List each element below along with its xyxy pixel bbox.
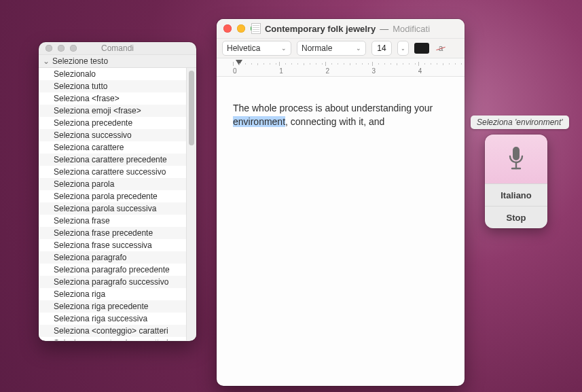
scrollbar[interactable] <box>186 68 196 340</box>
zoom-button[interactable] <box>70 45 77 52</box>
command-row[interactable]: Seleziona paragrafo successivo <box>39 276 186 288</box>
command-row[interactable]: Seleziona frase precedente <box>39 227 186 239</box>
command-row[interactable]: Seleziona carattere <box>39 141 186 154</box>
command-row[interactable]: Seleziona paragrafo precedente <box>39 264 186 276</box>
chevron-down-icon: ⌄ <box>43 56 50 66</box>
command-row[interactable]: Seleziona parola <box>39 178 186 190</box>
font-family-select[interactable]: Helvetica ⌄ <box>222 41 291 56</box>
text-color-swatch[interactable] <box>414 43 429 54</box>
body-text-selection: environment <box>233 116 285 127</box>
font-size-stepper[interactable]: ⌄ <box>397 41 409 56</box>
voice-language-label: Italiano <box>501 190 532 200</box>
ruler-tick: 1 <box>279 67 325 75</box>
font-style-select[interactable]: Normale ⌄ <box>297 41 366 56</box>
microphone-icon[interactable] <box>485 135 547 183</box>
voice-command-tooltip: Seleziona 'environment' <box>471 115 569 129</box>
minimize-button[interactable] <box>237 24 245 33</box>
voice-language-button[interactable]: Italiano <box>485 183 547 206</box>
command-row[interactable]: Seleziona frase <box>39 215 186 227</box>
document-body[interactable]: The whole process is about understanding… <box>217 77 465 154</box>
font-size-field[interactable]: 14 <box>371 41 392 56</box>
ruler-tick: 0 <box>233 67 279 75</box>
commands-section-title: Selezione testo <box>52 56 108 66</box>
command-row[interactable]: Seleziona <frase> <box>39 92 186 105</box>
minimize-button[interactable] <box>58 45 65 52</box>
close-button[interactable] <box>46 45 52 52</box>
voice-stop-label: Stop <box>507 213 526 223</box>
ruler-tick: 2 <box>325 67 371 75</box>
command-row[interactable]: Seleziona riga successiva <box>39 313 186 325</box>
command-row[interactable]: Seleziona parola successiva <box>39 202 186 215</box>
command-row[interactable]: Seleziona tutto <box>39 80 186 92</box>
zoom-button[interactable] <box>251 24 259 33</box>
font-style-value: Normale <box>302 43 332 53</box>
chevron-updown-icon: ⌄ <box>356 45 361 52</box>
command-row[interactable]: Seleziona riga <box>39 288 186 300</box>
font-family-value: Helvetica <box>227 43 260 53</box>
scrollbar-thumb[interactable] <box>189 71 194 145</box>
command-row[interactable]: Seleziona parola precedente <box>39 190 186 202</box>
traffic-lights-commands <box>39 45 77 52</box>
body-text-after: , connecting with it, and <box>285 116 384 127</box>
voice-control-panel: Italiano Stop <box>485 135 547 228</box>
command-row[interactable]: Seleziona carattere precedente <box>39 154 186 166</box>
command-row[interactable]: Seleziona successivo <box>39 129 186 141</box>
chevron-updown-icon: ⌄ <box>281 45 287 52</box>
command-row[interactable]: Seleziona frase successiva <box>39 239 186 251</box>
command-row[interactable]: Selezionalo <box>39 68 186 80</box>
textedit-toolbar: Helvetica ⌄ Normale ⌄ 14 ⌄ a <box>217 39 465 58</box>
commands-titlebar: Comandi <box>39 42 196 54</box>
close-button[interactable] <box>223 24 232 33</box>
ruler-tick: 3 <box>372 67 418 75</box>
command-row[interactable]: Seleziona carattere successivo <box>39 166 186 178</box>
ruler[interactable]: 01234 <box>217 58 465 77</box>
textedit-window: Contemporary folk jewelry — Modificati H… <box>217 19 465 386</box>
commands-section-header[interactable]: ⌄ Selezione testo <box>39 54 196 68</box>
command-row[interactable]: Seleziona <conteggio> caratteri… <box>39 337 186 340</box>
commands-list: SelezionaloSeleziona tuttoSeleziona <fra… <box>39 68 186 340</box>
command-row[interactable]: Seleziona precedente <box>39 117 186 129</box>
font-size-value: 14 <box>377 43 386 53</box>
document-status: Modificati <box>393 24 430 34</box>
command-row[interactable]: Seleziona <conteggio> caratteri <box>39 325 186 337</box>
voice-stop-button[interactable]: Stop <box>485 206 547 228</box>
command-row[interactable]: Seleziona emoji <frase> <box>39 105 186 117</box>
commands-window: Comandi ⌄ Selezione testo SelezionaloSel… <box>39 42 196 341</box>
traffic-lights-textedit <box>217 24 259 33</box>
command-row[interactable]: Seleziona riga precedente <box>39 300 186 313</box>
command-row[interactable]: Seleziona paragrafo <box>39 251 186 264</box>
ruler-tick: 4 <box>418 67 465 75</box>
svg-rect-0 <box>513 147 520 160</box>
body-text-before: The whole process is about understanding… <box>233 103 433 113</box>
textedit-titlebar: Contemporary folk jewelry — Modificati <box>217 19 465 39</box>
strikethrough-icon[interactable]: a <box>435 42 447 54</box>
document-title: Contemporary folk jewelry <box>265 24 376 34</box>
